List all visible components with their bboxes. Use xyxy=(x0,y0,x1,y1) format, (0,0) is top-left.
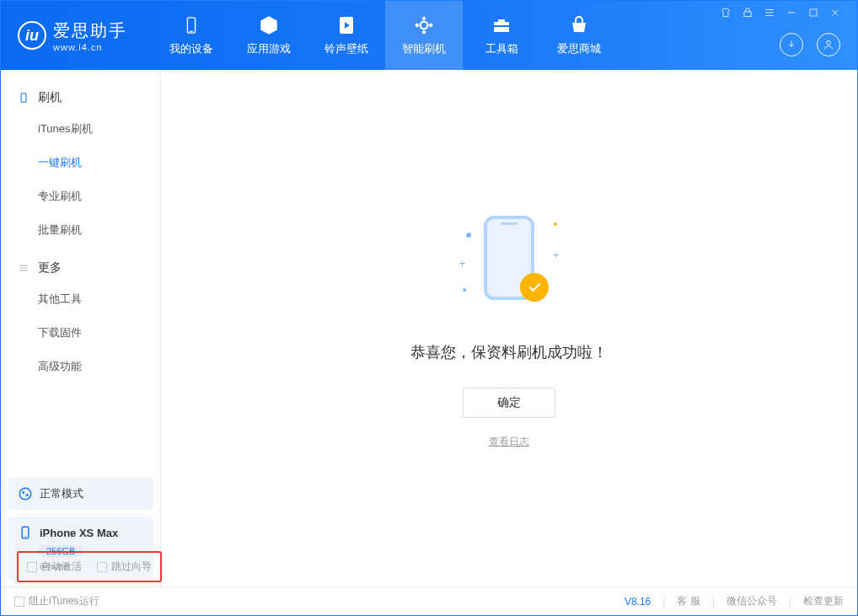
logo-icon: iu xyxy=(18,21,46,50)
svg-point-13 xyxy=(26,494,29,496)
sidebar-item-oneclick[interactable]: 一键刷机 xyxy=(1,146,160,179)
footer-right: V8.16 | 客 服 | 微信公众号 | 检查更新 xyxy=(625,594,844,608)
sidebar-item-batch[interactable]: 批量刷机 xyxy=(1,213,160,247)
device-name: iPhone XS Max xyxy=(40,527,118,539)
nav-label: 我的设备 xyxy=(169,41,213,56)
nav-tab-apps[interactable]: 应用游戏 xyxy=(230,1,308,70)
support-link[interactable]: 客 服 xyxy=(677,594,700,608)
svg-rect-10 xyxy=(21,94,26,103)
check-badge-icon xyxy=(520,273,549,302)
nav-tab-device[interactable]: 我的设备 xyxy=(153,1,230,70)
device-name-row: iPhone XS Max xyxy=(18,525,143,540)
flash-options-highlight: 自动激活 跳过向导 xyxy=(17,551,162,582)
success-panel: + + 恭喜您，保资料刷机成功啦！ 确定 查看日志 xyxy=(161,70,857,587)
app-url: www.i4.cn xyxy=(53,42,127,52)
sparkle-icon xyxy=(463,288,466,292)
header-right xyxy=(712,1,849,70)
main-nav: 我的设备应用游戏铃声壁纸智能刷机工具箱爱思商城 xyxy=(153,1,618,70)
checkbox-icon xyxy=(97,562,107,572)
version-label: V8.16 xyxy=(625,596,651,608)
svg-rect-8 xyxy=(810,9,817,16)
sidebar-group-label: 更多 xyxy=(38,260,62,276)
block-itunes-checkbox[interactable]: 阻止iTunes运行 xyxy=(14,594,99,608)
sidebar-item-pro[interactable]: 专业刷机 xyxy=(1,179,160,213)
shirt-icon[interactable] xyxy=(719,6,732,19)
header-action-icons xyxy=(780,33,849,70)
svg-point-11 xyxy=(19,488,31,500)
download-button[interactable] xyxy=(780,33,803,56)
toolbox-icon xyxy=(491,14,512,36)
svg-rect-7 xyxy=(744,12,751,17)
auto-activate-checkbox[interactable]: 自动激活 xyxy=(27,560,82,574)
sidebar-group-title: 更多 xyxy=(1,260,160,282)
wechat-link[interactable]: 微信公众号 xyxy=(727,594,777,608)
menu-icon[interactable] xyxy=(763,6,776,19)
nav-tab-toolbox[interactable]: 工具箱 xyxy=(463,1,540,70)
device-phone-icon xyxy=(18,525,33,540)
nav-tab-flash[interactable]: 智能刷机 xyxy=(385,1,463,70)
app-name: 爱思助手 xyxy=(53,19,127,42)
svg-rect-0 xyxy=(187,18,195,33)
block-itunes-label: 阻止iTunes运行 xyxy=(29,594,99,608)
svg-point-3 xyxy=(421,22,428,29)
separator: | xyxy=(789,596,791,608)
sparkle-icon: + xyxy=(553,249,559,261)
checkbox-icon xyxy=(14,597,24,607)
menu-icon xyxy=(18,262,29,274)
auto-activate-label: 自动激活 xyxy=(41,560,82,574)
apps-icon xyxy=(258,14,280,36)
sidebar-group: 刷机iTunes刷机一键刷机专业刷机批量刷机 xyxy=(1,80,160,250)
sidebar-item-firmware[interactable]: 下载固件 xyxy=(1,316,160,350)
device-icon xyxy=(180,14,202,36)
skip-guide-checkbox[interactable]: 跳过向导 xyxy=(97,560,152,574)
sidebar-scroll: 刷机iTunes刷机一键刷机专业刷机批量刷机更多其他工具下载固件高级功能 xyxy=(1,70,160,471)
minimize-button[interactable] xyxy=(785,6,798,19)
status-label: 正常模式 xyxy=(40,486,83,501)
sidebar-item-other[interactable]: 其他工具 xyxy=(1,282,160,316)
separator: | xyxy=(662,596,665,608)
skip-guide-label: 跳过向导 xyxy=(111,560,152,574)
footer: 阻止iTunes运行 V8.16 | 客 服 | 微信公众号 | 检查更新 xyxy=(1,587,857,615)
status-card[interactable]: 正常模式 xyxy=(8,478,153,510)
maximize-button[interactable] xyxy=(807,6,820,19)
main-content: + + 恭喜您，保资料刷机成功啦！ 确定 查看日志 xyxy=(161,70,857,587)
svg-rect-6 xyxy=(494,25,509,27)
nav-label: 铃声壁纸 xyxy=(324,41,368,56)
sidebar-group-label: 刷机 xyxy=(38,90,62,105)
sidebar-group: 更多其他工具下载固件高级功能 xyxy=(1,250,160,387)
view-log-link[interactable]: 查看日志 xyxy=(489,435,529,449)
ringtones-icon xyxy=(335,14,357,36)
svg-point-15 xyxy=(24,536,26,538)
checkbox-icon xyxy=(27,562,37,572)
sidebar-item-itunes[interactable]: iTunes刷机 xyxy=(1,112,160,146)
sidebar: 刷机iTunes刷机一键刷机专业刷机批量刷机更多其他工具下载固件高级功能 正常模… xyxy=(1,70,161,587)
store-icon xyxy=(568,14,590,36)
sidebar-item-advanced[interactable]: 高级功能 xyxy=(1,350,160,383)
window-controls xyxy=(712,1,849,24)
phone-icon xyxy=(18,92,29,104)
success-title: 恭喜您，保资料刷机成功啦！ xyxy=(410,342,608,362)
nav-label: 爱思商城 xyxy=(557,41,601,56)
nav-tab-ringtones[interactable]: 铃声壁纸 xyxy=(308,1,385,70)
svg-rect-5 xyxy=(498,19,505,22)
sparkle-icon xyxy=(554,222,557,226)
logo[interactable]: iu 爱思助手 www.i4.cn xyxy=(1,19,153,52)
nav-label: 工具箱 xyxy=(485,41,518,56)
sidebar-group-title: 刷机 xyxy=(1,90,160,112)
nav-tab-store[interactable]: 爱思商城 xyxy=(540,1,618,70)
sparkle-icon xyxy=(466,233,471,238)
separator: | xyxy=(712,596,715,608)
nav-label: 应用游戏 xyxy=(247,41,291,56)
close-button[interactable] xyxy=(829,6,842,19)
user-button[interactable] xyxy=(817,33,840,56)
ok-button[interactable]: 确定 xyxy=(463,388,555,418)
nav-label: 智能刷机 xyxy=(402,41,446,56)
body: 刷机iTunes刷机一键刷机专业刷机批量刷机更多其他工具下载固件高级功能 正常模… xyxy=(1,70,857,587)
logo-text: 爱思助手 www.i4.cn xyxy=(53,19,127,52)
lock-icon[interactable] xyxy=(741,6,754,19)
update-link[interactable]: 检查更新 xyxy=(803,594,844,608)
svg-point-9 xyxy=(827,40,831,45)
status-icon xyxy=(18,486,33,501)
sparkle-icon: + xyxy=(459,258,465,270)
app-window: iu 爱思助手 www.i4.cn 我的设备应用游戏铃声壁纸智能刷机工具箱爱思商… xyxy=(0,0,858,616)
